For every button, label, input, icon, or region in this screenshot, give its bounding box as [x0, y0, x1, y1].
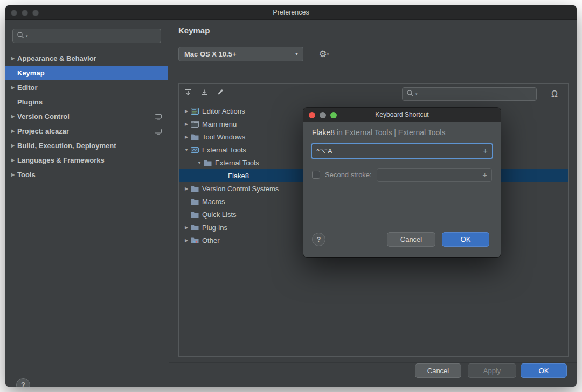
chevron-right-icon[interactable]: ▶ — [5, 114, 17, 119]
settings-search-input[interactable]: ▾ — [12, 29, 161, 43]
collapse-all-button[interactable] — [197, 87, 211, 100]
tree-item-label: Macros — [202, 198, 225, 206]
sidebar-item-label: Tools — [17, 171, 36, 179]
gear-caret-icon: ▾ — [327, 52, 329, 56]
action-context: in External Tools | External Tools — [335, 128, 445, 137]
second-stroke-input[interactable]: + — [377, 168, 492, 182]
chevron-right-icon[interactable]: ▶ — [182, 225, 191, 230]
footer-divider — [169, 362, 577, 363]
help-button[interactable]: ? — [16, 378, 30, 387]
tree-item-label: Quick Lists — [202, 211, 237, 219]
chevron-right-icon[interactable]: ▶ — [5, 56, 17, 61]
dialog-help-button[interactable]: ? — [312, 233, 325, 246]
keymap-scheme-value: Mac OS X 10.5+ — [184, 47, 236, 61]
second-stroke-label: Second stroke: — [325, 168, 372, 182]
sidebar-item-version-control[interactable]: ▶Version Control — [5, 109, 168, 124]
collapse-all-icon — [200, 88, 208, 98]
traffic-lights — [11, 10, 39, 16]
dialog-ok-button[interactable]: OK — [442, 232, 489, 247]
keymap-gear-button[interactable]: ⚙▾ — [315, 47, 332, 61]
shared-settings-icon — [155, 114, 162, 122]
sidebar-item-keymap[interactable]: Keymap — [5, 66, 168, 80]
tree-item-label: Plug-ins — [202, 223, 227, 232]
first-stroke-value: ^⌥A — [316, 144, 332, 158]
dialog-titlebar[interactable]: Keyboard Shortcut — [303, 108, 501, 122]
page-title: Keymap — [178, 26, 210, 35]
main-menu-icon — [191, 121, 202, 128]
sidebar-item-label: Appearance & Behavior — [17, 54, 96, 62]
search-icon — [17, 31, 25, 41]
tree-item-label: Flake8 — [228, 172, 249, 180]
chevron-right-icon[interactable]: ▶ — [5, 129, 17, 134]
chevron-right-icon[interactable]: ▶ — [5, 85, 17, 90]
add-stroke-icon[interactable]: + — [483, 144, 488, 157]
keyboard-shortcut-dialog: Keyboard Shortcut Flake8 in External Too… — [303, 108, 501, 257]
chevron-right-icon[interactable]: ▶ — [5, 158, 17, 163]
folder-icon — [191, 211, 202, 218]
chevron-right-icon[interactable]: ▶ — [182, 109, 191, 114]
sidebar-item-appearance-behavior[interactable]: ▶Appearance & Behavior — [5, 51, 168, 66]
minimize-icon[interactable] — [22, 10, 28, 16]
sidebar-item-editor[interactable]: ▶Editor — [5, 80, 168, 95]
find-actions-by-shortcut-button[interactable]: Ω — [546, 87, 563, 101]
pencil-icon — [217, 88, 224, 98]
chevron-right-icon[interactable]: ▶ — [182, 238, 191, 243]
chevron-right-icon[interactable]: ▶ — [5, 143, 17, 148]
chevron-right-icon[interactable]: ▶ — [182, 135, 191, 139]
chevron-down-icon[interactable]: ▼ — [182, 148, 191, 152]
preferences-titlebar[interactable]: Preferences — [5, 5, 577, 20]
keymap-scheme-select[interactable]: Mac OS X 10.5+ ▼ — [178, 47, 303, 61]
external-tools-icon — [191, 146, 202, 153]
zoom-icon[interactable] — [32, 10, 39, 16]
action-name: Flake8 — [312, 128, 335, 137]
chevron-right-icon[interactable]: ▶ — [5, 172, 17, 177]
folder-icon — [191, 224, 202, 231]
tree-item-label: Main menu — [202, 120, 237, 128]
first-stroke-input[interactable]: ^⌥A + — [311, 143, 493, 159]
sidebar-item-build-execution-deployment[interactable]: ▶Build, Execution, Deployment — [5, 138, 168, 153]
sidebar-item-plugins[interactable]: Plugins — [5, 95, 168, 109]
preferences-window: Preferences ▾ ▶Appearance & BehaviorKeym… — [5, 5, 577, 387]
sidebar-item-label: Keymap — [17, 69, 45, 77]
shared-settings-icon — [155, 128, 162, 136]
zoom-icon[interactable] — [330, 112, 337, 118]
close-icon[interactable] — [309, 112, 315, 118]
sidebar-item-label: Plugins — [17, 98, 43, 106]
dialog-cancel-button[interactable]: Cancel — [387, 232, 435, 247]
second-stroke-checkbox[interactable] — [312, 171, 320, 179]
sidebar-item-label: Editor — [17, 83, 38, 92]
editor-actions-icon — [191, 108, 202, 115]
sidebar-item-label: Version Control — [17, 113, 70, 121]
edit-shortcut-button[interactable] — [213, 87, 227, 100]
expand-all-button[interactable] — [181, 87, 195, 100]
search-options-caret-icon[interactable]: ▾ — [415, 92, 418, 96]
close-icon[interactable] — [11, 10, 17, 16]
folder-icon — [191, 185, 202, 192]
sidebar-item-project-alcazar[interactable]: ▶Project: alcazar — [5, 124, 168, 138]
chevron-down-icon: ▼ — [290, 47, 303, 61]
expand-all-icon — [184, 88, 192, 98]
add-second-stroke-icon[interactable]: + — [482, 169, 487, 181]
tree-item-label: Version Control Systems — [202, 185, 279, 193]
settings-category-list: ▶Appearance & BehaviorKeymap▶EditorPlugi… — [5, 51, 168, 182]
cancel-button[interactable]: Cancel — [415, 363, 461, 378]
search-options-caret-icon[interactable]: ▾ — [26, 34, 28, 38]
chevron-right-icon[interactable]: ▶ — [182, 186, 191, 191]
tree-item-label: Other — [202, 236, 220, 244]
chevron-right-icon[interactable]: ▶ — [182, 122, 191, 127]
settings-sidebar: ▾ ▶Appearance & BehaviorKeymap▶EditorPlu… — [5, 20, 168, 387]
actions-search-input[interactable]: ▾ — [402, 87, 537, 101]
tree-item-label: External Tools — [215, 159, 259, 167]
minimize-icon[interactable] — [320, 112, 326, 118]
chevron-down-icon[interactable]: ▼ — [195, 160, 204, 165]
sidebar-item-label: Project: alcazar — [17, 127, 69, 135]
window-title: Preferences — [5, 5, 577, 20]
ok-button[interactable]: OK — [521, 363, 567, 378]
sidebar-item-label: Build, Execution, Deployment — [17, 142, 116, 150]
sidebar-item-tools[interactable]: ▶Tools — [5, 167, 168, 182]
tree-item-label: Tool Windows — [202, 133, 245, 141]
sidebar-item-languages-frameworks[interactable]: ▶Languages & Frameworks — [5, 153, 168, 167]
tree-item-label: External Tools — [202, 146, 246, 154]
apply-button[interactable]: Apply — [468, 363, 516, 378]
dialog-traffic-lights — [309, 112, 337, 118]
